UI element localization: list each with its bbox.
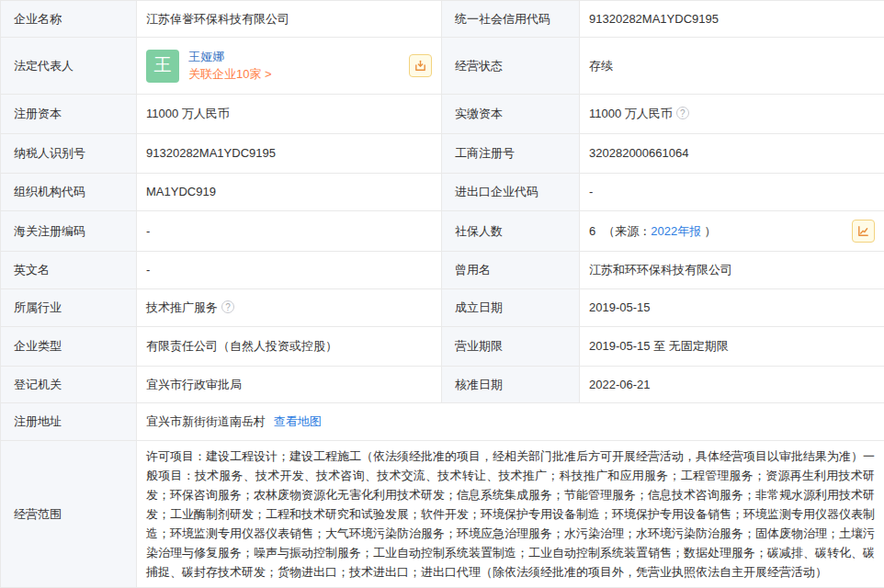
- customs-code-value: -: [137, 211, 442, 252]
- annual-report-link[interactable]: 2022年报: [651, 222, 701, 241]
- company-type-label: 企业类型: [1, 327, 137, 367]
- avatar: 王: [146, 50, 179, 83]
- credit-code-value: 91320282MA1YDC9195: [580, 1, 884, 38]
- former-name-value: 江苏和环环保科技有限公司: [580, 252, 884, 289]
- taxpayer-id-label: 纳税人识别号: [1, 134, 137, 174]
- help-icon[interactable]: ?: [221, 300, 234, 313]
- help-icon[interactable]: ?: [676, 107, 689, 119]
- table-row: 组织机构代码 MA1YDC919 进出口企业代码 -: [1, 174, 884, 211]
- paid-capital-value: 11000 万人民币: [589, 107, 673, 120]
- paid-capital-label: 实缴资本: [442, 95, 580, 134]
- founded-date-value: 2019-05-15: [580, 289, 884, 327]
- related-companies-link[interactable]: 关联企业10家 >: [188, 66, 272, 83]
- registration-authority-value: 宜兴市行政审批局: [137, 367, 442, 403]
- table-row: 纳税人识别号 91320282MA1YDC9195 工商注册号 32028200…: [1, 134, 884, 174]
- company-info-table: 企业名称 江苏倬誉环保科技有限公司 统一社会信用代码 91320282MA1YD…: [0, 0, 884, 588]
- business-term-value: 2019-05-15 至 无固定期限: [580, 327, 884, 367]
- import-export-code-label: 进出口企业代码: [442, 174, 580, 211]
- org-code-value: MA1YDC919: [137, 174, 442, 211]
- download-icon: [414, 59, 427, 73]
- registered-address-label: 注册地址: [1, 403, 137, 441]
- english-name-label: 英文名: [1, 252, 137, 289]
- english-name-value: -: [137, 252, 442, 289]
- business-scope-label: 经营范围: [1, 441, 137, 588]
- industry-label: 所属行业: [1, 289, 137, 327]
- trend-chart-button[interactable]: [852, 220, 875, 243]
- status-label: 经营状态: [442, 38, 580, 95]
- registration-authority-label: 登记机关: [1, 367, 137, 403]
- taxpayer-id-value: 91320282MA1YDC9195: [137, 134, 442, 174]
- table-row: 企业名称 江苏倬誉环保科技有限公司 统一社会信用代码 91320282MA1YD…: [1, 1, 884, 38]
- company-type-value: 有限责任公司（自然人投资或控股）: [137, 327, 442, 367]
- business-scope-value: 许可项目：建设工程设计；建设工程施工（依法须经批准的项目，经相关部门批准后方可开…: [146, 447, 875, 582]
- industry-value: 技术推广服务: [146, 300, 218, 314]
- business-reg-no-value: 320282000661064: [580, 134, 884, 174]
- social-security-count: 6: [589, 222, 595, 241]
- table-row: 英文名 - 曾用名 江苏和环环保科技有限公司: [1, 252, 884, 289]
- export-button[interactable]: [409, 54, 432, 77]
- business-reg-no-label: 工商注册号: [442, 134, 580, 174]
- company-name-label: 企业名称: [1, 1, 137, 38]
- table-row: 法定代表人 王 王娅娜 关联企业10家 > 经营状态 存续: [1, 38, 884, 95]
- approval-date-label: 核准日期: [442, 367, 580, 403]
- registered-address-value: 宜兴市新街街道南岳村: [146, 414, 266, 428]
- legal-rep-label: 法定代表人: [1, 38, 137, 95]
- status-value: 存续: [580, 38, 884, 95]
- table-row: 注册资本 11000 万人民币 实缴资本 11000 万人民币?: [1, 95, 884, 134]
- table-row: 经营范围 许可项目：建设工程设计；建设工程施工（依法须经批准的项目，经相关部门批…: [1, 441, 884, 588]
- table-row: 所属行业 技术推广服务? 成立日期 2019-05-15: [1, 289, 884, 327]
- social-security-source-prefix: （来源：: [603, 222, 651, 241]
- social-security-label: 社保人数: [442, 211, 580, 252]
- line-chart-icon: [856, 224, 870, 238]
- reg-capital-value: 11000 万人民币: [137, 95, 442, 134]
- founded-date-label: 成立日期: [442, 289, 580, 327]
- table-row: 海关注册编码 - 社保人数 6 （来源： 2022年报 ）: [1, 211, 884, 252]
- business-term-label: 营业期限: [442, 327, 580, 367]
- reg-capital-label: 注册资本: [1, 95, 137, 134]
- company-name-value: 江苏倬誉环保科技有限公司: [137, 1, 442, 38]
- org-code-label: 组织机构代码: [1, 174, 137, 211]
- approval-date-value: 2022-06-21: [580, 367, 884, 403]
- table-row: 登记机关 宜兴市行政审批局 核准日期 2022-06-21: [1, 367, 884, 403]
- import-export-code-value: -: [580, 174, 884, 211]
- table-row: 企业类型 有限责任公司（自然人投资或控股） 营业期限 2019-05-15 至 …: [1, 327, 884, 367]
- view-map-link[interactable]: 查看地图: [274, 414, 322, 428]
- customs-code-label: 海关注册编码: [1, 211, 137, 252]
- credit-code-label: 统一社会信用代码: [442, 1, 580, 38]
- legal-rep-name-link[interactable]: 王娅娜: [188, 49, 272, 65]
- table-row: 注册地址 宜兴市新街街道南岳村 查看地图: [1, 403, 884, 441]
- social-security-source-suffix: ）: [704, 222, 716, 241]
- former-name-label: 曾用名: [442, 252, 580, 289]
